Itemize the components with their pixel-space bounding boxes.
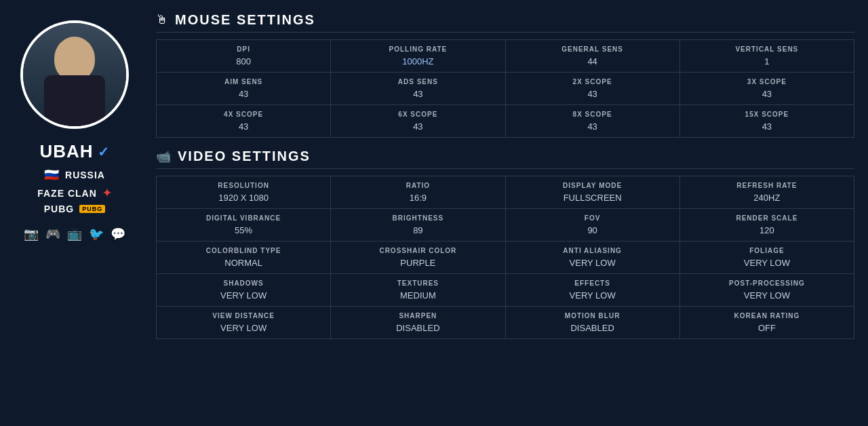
setting-label: MOTION BLUR bbox=[513, 312, 673, 320]
setting-label: POLLING RATE bbox=[338, 45, 498, 53]
setting-label: SHADOWS bbox=[163, 279, 323, 287]
setting-label: ADS SENS bbox=[338, 78, 498, 85]
setting-value: MEDIUM bbox=[338, 290, 498, 301]
video-settings-header: 📹 VIDEO SETTINGS bbox=[156, 149, 854, 169]
setting-label: CROSSHAIR COLOR bbox=[338, 247, 498, 254]
setting-cell: DIGITAL VIBRANCE55% bbox=[157, 209, 330, 241]
setting-value: 120 bbox=[687, 225, 847, 235]
pubg-badge: PUBG bbox=[79, 205, 105, 213]
setting-cell: DISPLAY MODEFULLSCREEN bbox=[506, 176, 679, 208]
avatar bbox=[20, 20, 129, 129]
setting-value: 89 bbox=[338, 225, 498, 235]
setting-value: 43 bbox=[513, 89, 673, 99]
setting-value: 44 bbox=[513, 56, 673, 66]
setting-label: ANTI ALIASING bbox=[513, 247, 673, 254]
twitter-icon[interactable]: 🐦 bbox=[89, 227, 104, 241]
faze-logo-icon: ✦ bbox=[102, 187, 112, 199]
setting-value: 43 bbox=[163, 121, 323, 132]
setting-label: FOV bbox=[513, 214, 673, 222]
player-name-text: UBAH bbox=[39, 141, 93, 162]
setting-value: 43 bbox=[687, 121, 847, 132]
setting-cell: 3X SCOPE43 bbox=[680, 73, 854, 104]
setting-label: KOREAN RATING bbox=[687, 312, 847, 320]
setting-value: PURPLE bbox=[338, 258, 498, 268]
setting-cell: FOV90 bbox=[506, 209, 679, 241]
setting-cell: RENDER SCALE120 bbox=[680, 209, 854, 241]
setting-label: 3X SCOPE bbox=[687, 78, 847, 85]
setting-value: 43 bbox=[163, 89, 323, 99]
setting-cell: POLLING RATE1000HZ bbox=[331, 40, 505, 72]
mouse-icon: 🖱 bbox=[156, 13, 168, 27]
flag-icon: 🇷🇺 bbox=[44, 168, 60, 182]
setting-value: 43 bbox=[687, 89, 847, 99]
setting-cell: ANTI ALIASINGVERY LOW bbox=[506, 241, 679, 273]
setting-cell: GENERAL SENS44 bbox=[506, 40, 679, 72]
setting-value: 43 bbox=[338, 121, 498, 132]
twitch-icon[interactable]: 📺 bbox=[67, 227, 82, 241]
setting-cell: MOTION BLURDISABLED bbox=[506, 307, 679, 338]
setting-cell: SHARPENDISABLED bbox=[331, 307, 505, 338]
setting-cell: EFFECTSVERY LOW bbox=[506, 274, 679, 306]
setting-label: 15X SCOPE bbox=[687, 111, 847, 118]
setting-cell: 8X SCOPE43 bbox=[506, 105, 679, 137]
setting-label: RESOLUTION bbox=[163, 182, 323, 189]
instagram-icon[interactable]: 📷 bbox=[24, 227, 39, 241]
setting-cell: VIEW DISTANCEVERY LOW bbox=[157, 307, 330, 338]
setting-value: 1920 X 1080 bbox=[163, 193, 323, 203]
social-icons-row: 📷 🎮 📺 🐦 💬 bbox=[24, 227, 125, 241]
setting-cell: 2X SCOPE43 bbox=[506, 73, 679, 104]
steam-icon[interactable]: 🎮 bbox=[45, 227, 60, 241]
setting-cell: VERTICAL SENS1 bbox=[680, 40, 854, 72]
setting-cell: COLORBLIND TYPENORMAL bbox=[157, 241, 330, 273]
game-row: PUBG PUBG bbox=[44, 204, 105, 214]
setting-value: 43 bbox=[338, 89, 498, 99]
video-icon: 📹 bbox=[156, 149, 171, 164]
setting-label: DIGITAL VIBRANCE bbox=[163, 214, 323, 222]
verified-icon: ✓ bbox=[98, 144, 110, 160]
setting-label: AIM SENS bbox=[163, 78, 323, 85]
video-settings-title: VIDEO SETTINGS bbox=[178, 149, 311, 164]
main-content: 🖱 MOUSE SETTINGS DPI800POLLING RATE1000H… bbox=[149, 0, 868, 426]
setting-label: COLORBLIND TYPE bbox=[163, 247, 323, 254]
setting-label: 2X SCOPE bbox=[513, 78, 673, 85]
setting-cell: RATIO16:9 bbox=[331, 176, 505, 208]
setting-label: VERTICAL SENS bbox=[687, 45, 847, 53]
setting-label: RENDER SCALE bbox=[687, 214, 847, 222]
sidebar: UBAH ✓ 🇷🇺 RUSSIA FAZE CLAN ✦ PUBG PUBG 📷… bbox=[0, 0, 149, 426]
setting-value: VERY LOW bbox=[687, 258, 847, 268]
setting-value: 90 bbox=[513, 225, 673, 235]
setting-label: EFFECTS bbox=[513, 279, 673, 287]
setting-value: VERY LOW bbox=[163, 290, 323, 301]
setting-value: VERY LOW bbox=[687, 290, 847, 301]
setting-value: 1 bbox=[687, 56, 847, 66]
country-row: 🇷🇺 RUSSIA bbox=[44, 168, 105, 182]
setting-value: 43 bbox=[513, 121, 673, 132]
game-label: PUBG bbox=[44, 204, 74, 214]
setting-value: VERY LOW bbox=[163, 323, 323, 333]
setting-cell: TEXTURESMEDIUM bbox=[331, 274, 505, 306]
setting-label: 8X SCOPE bbox=[513, 111, 673, 118]
setting-cell: 4X SCOPE43 bbox=[157, 105, 330, 137]
setting-label: GENERAL SENS bbox=[513, 45, 673, 53]
setting-cell: CROSSHAIR COLORPURPLE bbox=[331, 241, 505, 273]
team-label: FAZE CLAN bbox=[37, 188, 97, 199]
setting-value: DISABLED bbox=[513, 323, 673, 333]
country-label: RUSSIA bbox=[65, 170, 105, 180]
setting-cell: REFRESH RATE240HZ bbox=[680, 176, 854, 208]
vk-icon[interactable]: 💬 bbox=[111, 227, 125, 241]
setting-label: FOLIAGE bbox=[687, 247, 847, 254]
video-settings-grid: RESOLUTION1920 X 1080RATIO16:9DISPLAY MO… bbox=[156, 176, 854, 339]
setting-cell: FOLIAGEVERY LOW bbox=[680, 241, 854, 273]
setting-value: OFF bbox=[687, 323, 847, 333]
team-row: FAZE CLAN ✦ bbox=[37, 187, 112, 199]
player-name: UBAH ✓ bbox=[39, 141, 109, 162]
setting-value: VERY LOW bbox=[513, 290, 673, 301]
setting-label: DPI bbox=[163, 45, 323, 53]
setting-value: 55% bbox=[163, 225, 323, 235]
mouse-settings-title: MOUSE SETTINGS bbox=[175, 12, 315, 28]
setting-cell: DPI800 bbox=[157, 40, 330, 72]
setting-label: BRIGHTNESS bbox=[338, 214, 498, 222]
setting-cell: 6X SCOPE43 bbox=[331, 105, 505, 137]
setting-value: 16:9 bbox=[338, 193, 498, 203]
setting-label: 6X SCOPE bbox=[338, 111, 498, 118]
